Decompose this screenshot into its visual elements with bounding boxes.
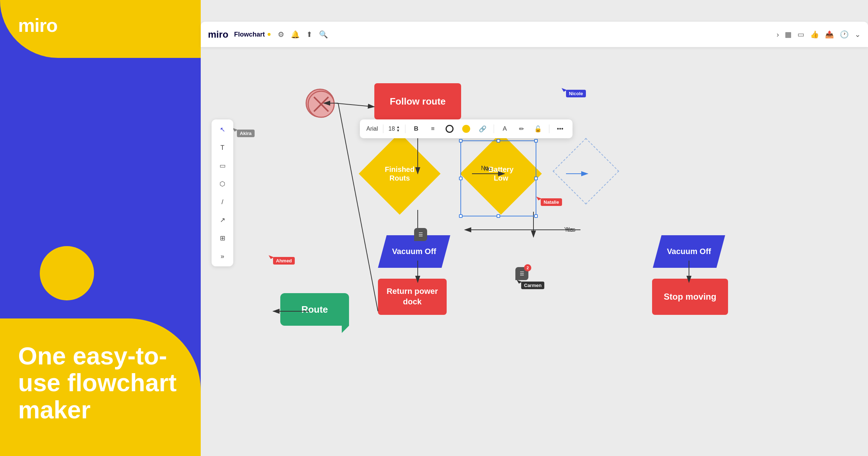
- pen-tool[interactable]: /: [217, 196, 228, 208]
- cursor-carmen: Carmen: [521, 282, 544, 289]
- selection-box: [460, 140, 536, 216]
- font-size-value: 18: [388, 126, 395, 132]
- presentation-icon[interactable]: ▭: [797, 30, 804, 39]
- text-tool[interactable]: T: [217, 142, 228, 153]
- follow-route-label: Follow route: [390, 96, 446, 107]
- cursor-nicole: Nicole: [566, 90, 586, 97]
- header-bar: miro Flowchart ⚙ 🔔 ⬆ 🔍 › ▦ ▭ 👍 📤 🕐 ⌄: [201, 22, 868, 47]
- cursor-carmen-area: ☰ 2: [515, 267, 528, 280]
- shape-tool[interactable]: ⬡: [217, 178, 228, 190]
- selection-handle-tr[interactable]: [534, 139, 538, 143]
- circle-border-button[interactable]: [444, 123, 455, 135]
- yellow-circle-decoration: [40, 246, 94, 300]
- left-panel: miro One easy-to-use flowchart maker: [0, 0, 201, 456]
- side-toolbar: ↖ T ▭ ⬡ / ↗ ⊞ »: [212, 119, 233, 266]
- selection-handle-br[interactable]: [534, 214, 538, 218]
- link-button[interactable]: 🔗: [477, 123, 489, 135]
- cursor-natalie-label: Natalie: [544, 199, 559, 205]
- gear-icon[interactable]: ⚙: [278, 30, 284, 39]
- route-label: Route: [301, 304, 328, 315]
- export-icon[interactable]: 📤: [825, 30, 834, 39]
- return-power-label: Return power dock: [378, 286, 447, 307]
- cursor-tool[interactable]: ↖: [217, 124, 228, 135]
- cursor-nicole-label: Nicole: [569, 91, 583, 96]
- divider-3: [494, 124, 494, 133]
- miro-logo-left: miro: [18, 14, 58, 36]
- cursor-carmen-label: Carmen: [524, 283, 541, 288]
- empty-diamond-node[interactable]: [553, 138, 619, 204]
- carmen-comment-icon[interactable]: ☰ 2: [515, 267, 528, 280]
- divider-1: [383, 124, 383, 133]
- format-toolbar: Arial 18 ▲▼ B ≡ 🔗 A ✏ 🔓 •••: [360, 119, 573, 138]
- cursor-natalie: Natalie: [541, 198, 562, 206]
- circle-x-node[interactable]: [306, 89, 335, 118]
- rectangle-tool[interactable]: ▭: [217, 160, 228, 172]
- svg-line-2: [335, 103, 374, 107]
- upload-icon[interactable]: ⬆: [306, 30, 312, 39]
- vacuum-off-2-node[interactable]: Vacuum Off: [653, 235, 725, 268]
- color-yellow-button[interactable]: [460, 123, 472, 135]
- route-node[interactable]: Route: [280, 293, 349, 326]
- clock-icon[interactable]: 🕐: [840, 30, 849, 39]
- font-selector[interactable]: Arial: [366, 126, 378, 132]
- selection-handle-bc[interactable]: [497, 214, 500, 218]
- selection-handle-ml[interactable]: [459, 177, 463, 180]
- chevron-right-icon[interactable]: ›: [776, 30, 779, 39]
- follow-route-node[interactable]: Follow route: [374, 83, 461, 119]
- left-tagline: One easy-to-use flowchart maker: [18, 342, 181, 423]
- bold-button[interactable]: B: [410, 123, 422, 135]
- comment-icon[interactable]: ☰: [414, 228, 427, 241]
- connector-lines: No Yes: [201, 47, 868, 456]
- align-button[interactable]: ≡: [427, 123, 439, 135]
- cursor-akira-label: Akira: [240, 131, 252, 136]
- cursor-ahmed-label: Ahmed: [276, 258, 292, 263]
- header-icons: ⚙ 🔔 ⬆ 🔍: [278, 30, 328, 39]
- selection-handle-tl[interactable]: [459, 139, 463, 143]
- selection-handle-bl[interactable]: [459, 214, 463, 218]
- search-icon[interactable]: 🔍: [319, 30, 328, 39]
- selection-handle-mr[interactable]: [534, 177, 538, 180]
- size-arrows[interactable]: ▲▼: [396, 125, 400, 132]
- table-icon[interactable]: ▦: [785, 30, 792, 39]
- circle-solid-icon: [446, 125, 454, 133]
- return-power-dock-node[interactable]: Return power dock: [378, 279, 447, 315]
- font-size-control[interactable]: 18 ▲▼: [388, 125, 400, 132]
- header-status-dot: [268, 33, 271, 36]
- cursor-akira: Akira: [237, 130, 255, 137]
- more-options-button[interactable]: •••: [554, 123, 566, 135]
- lock-button[interactable]: 🔓: [532, 123, 544, 135]
- flowchart-canvas: No Yes Arial 18: [201, 47, 868, 456]
- bell-icon[interactable]: 🔔: [291, 30, 300, 39]
- header-title[interactable]: Flowchart: [234, 31, 265, 38]
- text-color-button[interactable]: A: [499, 123, 511, 135]
- more-tools[interactable]: »: [217, 250, 228, 262]
- pen-button[interactable]: ✏: [516, 123, 527, 135]
- transform-tool[interactable]: ⊞: [217, 232, 228, 244]
- header-right-icons: › ▦ ▭ 👍 📤 🕐 ⌄: [776, 30, 861, 39]
- vacuum-off-1-label: Vacuum Off: [392, 247, 436, 256]
- selection-handle-tc[interactable]: [497, 139, 500, 143]
- stop-moving-label: Stop moving: [664, 292, 716, 302]
- comment-count-badge: 2: [524, 264, 531, 271]
- header-miro-logo: miro: [208, 29, 228, 40]
- divider-4: [549, 124, 549, 133]
- canvas-area: miro Flowchart ⚙ 🔔 ⬆ 🔍 › ▦ ▭ 👍 📤 🕐 ⌄: [201, 0, 868, 456]
- thumbs-up-icon[interactable]: 👍: [810, 30, 819, 39]
- divider-2: [405, 124, 405, 133]
- vacuum-off-2-label: Vacuum Off: [667, 247, 711, 256]
- arrow-tool[interactable]: ↗: [217, 214, 228, 226]
- yes-label: Yes: [564, 227, 574, 233]
- finished-routs-label: FinishedRouts: [385, 165, 414, 182]
- cursor-ahmed: Ahmed: [273, 257, 295, 265]
- color-yellow-icon: [462, 125, 470, 133]
- more-icon[interactable]: ⌄: [855, 30, 861, 39]
- finished-routs-node[interactable]: FinishedRouts: [363, 138, 436, 210]
- stop-moving-node[interactable]: Stop moving: [652, 279, 728, 315]
